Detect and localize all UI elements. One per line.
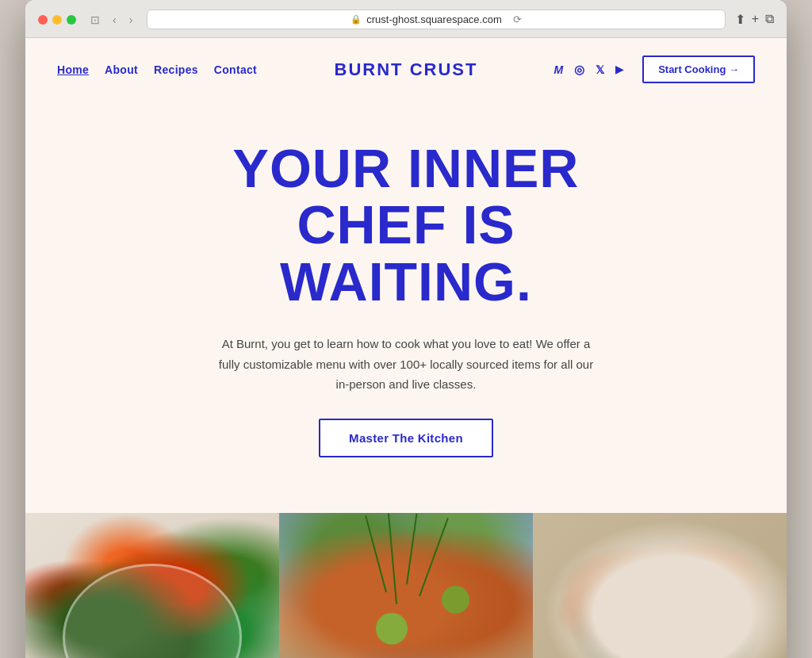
nav-link-about[interactable]: About bbox=[105, 63, 138, 76]
new-tab-icon[interactable]: + bbox=[752, 12, 759, 27]
chive-decoration-4 bbox=[419, 518, 449, 596]
maximize-button[interactable] bbox=[67, 15, 76, 25]
image-gallery bbox=[25, 513, 787, 658]
lock-icon: 🔒 bbox=[350, 14, 362, 25]
hero-section: YOUR INNER CHEF IS WAITING. At Burnt, yo… bbox=[25, 101, 787, 481]
medium-icon[interactable]: M bbox=[553, 63, 563, 76]
nav-link-recipes[interactable]: Recipes bbox=[154, 63, 198, 76]
close-button[interactable] bbox=[38, 15, 48, 25]
gallery-image-drinks bbox=[279, 513, 533, 658]
nav-link-contact[interactable]: Contact bbox=[214, 63, 257, 76]
tabs-icon[interactable]: ⧉ bbox=[765, 12, 774, 27]
address-bar[interactable]: 🔒 crust-ghost.squarespace.com ⟳ bbox=[147, 10, 725, 29]
hero-title-line3: WAITING. bbox=[280, 251, 532, 312]
hero-title-line1: YOUR INNER bbox=[233, 138, 580, 198]
chive-decoration-2 bbox=[388, 513, 397, 604]
master-kitchen-button[interactable]: Master The Kitchen bbox=[319, 419, 493, 457]
instagram-icon[interactable]: ◎ bbox=[574, 63, 584, 77]
nav-social: M ◎ 𝕏 ▶ bbox=[553, 63, 623, 77]
forward-icon[interactable]: › bbox=[124, 12, 138, 28]
chive-decoration-3 bbox=[406, 513, 418, 583]
nav-link-home[interactable]: Home bbox=[57, 63, 89, 76]
traffic-lights bbox=[38, 15, 76, 25]
back-icon[interactable]: ‹ bbox=[108, 12, 121, 28]
hero-title: YOUR INNER CHEF IS WAITING. bbox=[57, 140, 755, 310]
browser-chrome: ⊡ ‹ › 🔒 crust-ghost.squarespace.com ⟳ ⬆ … bbox=[25, 0, 787, 38]
chive-decoration-1 bbox=[366, 515, 388, 592]
gallery-image-plate bbox=[533, 513, 787, 658]
url-text: crust-ghost.squarespace.com bbox=[366, 13, 502, 25]
hero-description: At Burnt, you get to learn how to cook w… bbox=[216, 334, 596, 395]
share-icon[interactable]: ⬆ bbox=[735, 12, 745, 27]
start-cooking-button[interactable]: Start Cooking → bbox=[642, 55, 755, 83]
site-logo: BURNT CRUST bbox=[289, 59, 522, 80]
window-toggle-icon[interactable]: ⊡ bbox=[86, 12, 105, 28]
site-content: Home About Recipes Contact BURNT CRUST M… bbox=[25, 38, 787, 658]
twitter-icon[interactable]: 𝕏 bbox=[596, 63, 604, 76]
minimize-button[interactable] bbox=[52, 15, 62, 25]
gallery-image-salad bbox=[25, 513, 279, 658]
browser-controls: ⊡ ‹ › bbox=[86, 12, 137, 28]
browser-actions: ⬆ + ⧉ bbox=[735, 12, 774, 27]
reload-icon[interactable]: ⟳ bbox=[513, 13, 522, 25]
site-nav: Home About Recipes Contact BURNT CRUST M… bbox=[25, 38, 787, 101]
hero-title-line2: CHEF IS bbox=[297, 194, 515, 254]
browser-toolbar: ⊡ ‹ › 🔒 crust-ghost.squarespace.com ⟳ ⬆ … bbox=[38, 10, 774, 37]
youtube-icon[interactable]: ▶ bbox=[615, 63, 623, 75]
nav-links: Home About Recipes Contact bbox=[57, 63, 289, 76]
browser-window: ⊡ ‹ › 🔒 crust-ghost.squarespace.com ⟳ ⬆ … bbox=[25, 0, 787, 658]
